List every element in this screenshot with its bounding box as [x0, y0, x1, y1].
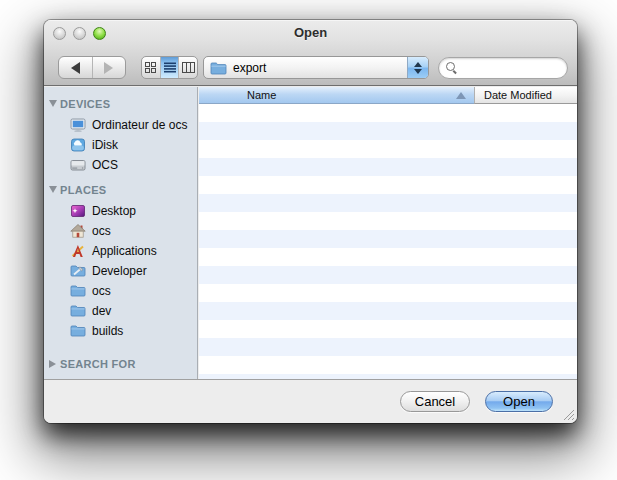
idisk-icon [70, 137, 86, 153]
column-view-button[interactable] [178, 57, 197, 78]
disclosure-triangle-icon[interactable] [49, 100, 57, 107]
sidebar-item-label: Developer [92, 264, 147, 278]
section-label: DEVICES [60, 98, 110, 110]
developer-folder-icon [70, 263, 86, 279]
section-gap [44, 175, 197, 183]
column-header-name[interactable]: Name [199, 87, 474, 104]
list-header: Name Date Modified [199, 87, 577, 104]
column-label: Name [199, 89, 276, 101]
sidebar-item-label: Desktop [92, 204, 136, 218]
cancel-button[interactable]: Cancel [400, 391, 470, 412]
section-label: SEARCH FOR [60, 358, 136, 370]
internal-drive-icon [70, 157, 86, 173]
view-mode-control [141, 56, 198, 79]
sidebar: DEVICES Ordinateur de ocs iDisk [44, 87, 198, 379]
home-icon [70, 223, 86, 239]
sort-ascending-icon [456, 92, 466, 99]
list-view-icon [164, 62, 176, 73]
forward-arrow-icon [104, 62, 113, 74]
sidebar-item-ocs-folder[interactable]: ocs [44, 281, 197, 301]
folder-popup-menu[interactable]: export [203, 56, 429, 79]
sidebar-item-home[interactable]: ocs [44, 221, 197, 241]
sidebar-item-desktop[interactable]: Desktop [44, 201, 197, 221]
column-view-icon [182, 62, 195, 73]
popup-stepper-icon [407, 57, 428, 78]
sidebar-item-label: Applications [92, 244, 157, 258]
section-gap [44, 349, 197, 357]
back-arrow-icon [71, 62, 80, 74]
sidebar-item-label: ocs [92, 224, 111, 238]
disclosure-triangle-icon[interactable] [49, 186, 57, 193]
folder-icon [70, 283, 86, 299]
open-button[interactable]: Open [485, 391, 553, 412]
applications-icon [70, 243, 86, 259]
folder-icon [70, 303, 86, 319]
cancel-button-label: Cancel [415, 394, 455, 409]
sidebar-item-label: OCS [92, 158, 118, 172]
computer-icon [70, 117, 86, 133]
titlebar[interactable]: Open [44, 20, 577, 46]
sidebar-item-ordinateur[interactable]: Ordinateur de ocs [44, 115, 197, 135]
resize-grip[interactable] [561, 407, 574, 420]
column-label: Date Modified [475, 89, 552, 101]
window-chrome: Open [44, 20, 577, 86]
sidebar-item-dev-folder[interactable]: dev [44, 301, 197, 321]
file-list: Name Date Modified [199, 87, 577, 379]
section-gap [44, 341, 197, 349]
sidebar-item-developer[interactable]: Developer [44, 261, 197, 281]
open-button-label: Open [503, 394, 535, 409]
sidebar-item-builds-folder[interactable]: builds [44, 321, 197, 341]
sidebar-section-places[interactable]: PLACES [44, 183, 197, 197]
disclosure-triangle-icon[interactable] [49, 360, 56, 368]
sidebar-item-label: dev [92, 304, 111, 318]
back-button[interactable] [59, 57, 92, 78]
sidebar-item-idisk[interactable]: iDisk [44, 135, 197, 155]
sidebar-section-search-for[interactable]: SEARCH FOR [44, 357, 197, 371]
search-icon [446, 62, 458, 74]
file-list-empty-area[interactable] [199, 104, 577, 379]
folder-icon [70, 323, 86, 339]
folder-icon [210, 61, 227, 75]
popup-selected-value: export [233, 61, 266, 75]
list-view-button[interactable] [160, 57, 179, 78]
sidebar-item-ocs-drive[interactable]: OCS [44, 155, 197, 175]
sidebar-section-devices[interactable]: DEVICES [44, 97, 197, 111]
icon-view-button[interactable] [142, 57, 160, 78]
icon-view-icon [145, 62, 156, 73]
search-input[interactable] [458, 59, 577, 77]
search-field[interactable] [438, 57, 568, 79]
window-title: Open [44, 20, 577, 46]
dialog-footer: Cancel Open [44, 379, 577, 423]
back-forward-control [58, 56, 126, 79]
sidebar-item-label: ocs [92, 284, 111, 298]
open-dialog-window: Open [44, 20, 577, 423]
desktop-icon [70, 203, 86, 219]
sidebar-item-label: iDisk [92, 138, 118, 152]
forward-button[interactable] [92, 57, 126, 78]
sidebar-item-applications[interactable]: Applications [44, 241, 197, 261]
column-header-date-modified[interactable]: Date Modified [474, 87, 577, 104]
section-label: PLACES [60, 184, 106, 196]
sidebar-item-label: builds [92, 324, 123, 338]
sidebar-item-label: Ordinateur de ocs [92, 118, 187, 132]
